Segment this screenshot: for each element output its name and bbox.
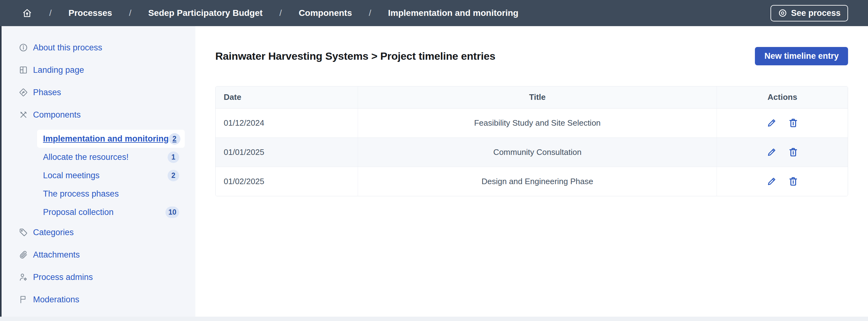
sidebar-subitem-local-meetings[interactable]: Local meetings 2 [37,167,185,184]
new-timeline-entry-button[interactable]: New timeline entry [755,47,848,65]
see-process-button[interactable]: See process [771,5,848,22]
page: / Processes / Sedep Participatory Budget… [0,0,868,321]
count-badge: 1 [167,151,179,163]
sidebar-item-label: Components [33,110,81,120]
sidebar-item-label: Moderations [33,295,80,305]
sidebar-item-label: Landing page [33,65,84,75]
count-badge: 10 [165,207,179,218]
topbar: / Processes / Sedep Participatory Budget… [0,0,868,26]
table-row: 01/02/2025 Design and Engineering Phase [216,167,848,196]
edit-icon[interactable] [767,117,777,128]
entry-date: 01/12/2024 [216,108,358,138]
tag-icon [19,228,28,237]
breadcrumb: / Processes / Sedep Participatory Budget… [22,8,519,19]
sidebar-item-label: About this process [33,43,102,52]
breadcrumb-separator: / [279,8,282,18]
sidebar-item-components[interactable]: Components [2,107,195,122]
main-content: Rainwater Harvesting Systems > Project t… [195,26,868,321]
title-row: Rainwater Harvesting Systems > Project t… [215,47,848,65]
entry-date: 01/01/2025 [216,138,358,167]
eye-icon [778,8,787,18]
components-submenu: Implementation and monitoring 2 Allocate… [37,130,185,221]
entry-title: Community Consultation [358,138,717,167]
column-header-title: Title [358,86,717,108]
home-icon[interactable] [22,8,32,19]
layout: About this process Landing page [0,26,868,321]
count-badge: 2 [167,170,179,181]
subitem-label: Allocate the resources! [43,152,129,162]
table-row: 01/12/2024 Feasibility Study and Site Se… [216,108,848,138]
paperclip-icon [19,250,28,259]
sidebar-item-label: Process admins [33,273,93,282]
breadcrumb-separator: / [369,8,371,18]
info-icon [19,43,28,52]
count-badge: 2 [169,133,180,145]
tools-icon [19,110,28,119]
subitem-label: The process phases [43,189,119,199]
sidebar-subitem-allocate-the-resources[interactable]: Allocate the resources! 1 [37,148,185,166]
column-header-actions: Actions [717,86,848,108]
breadcrumb-separator: / [49,8,52,18]
edit-icon[interactable] [767,147,777,157]
see-process-label: See process [791,8,841,18]
sidebar-subitem-the-process-phases[interactable]: The process phases [37,185,185,203]
sidebar-subitem-implementation-and-monitoring[interactable]: Implementation and monitoring 2 [37,130,185,148]
sidebar-item-label: Phases [33,88,61,97]
table-row: 01/01/2025 Community Consultation [216,138,848,167]
entry-title: Feasibility Study and Site Selection [358,108,717,138]
subitem-label: Implementation and monitoring [43,134,169,144]
timeline-entries-table: Date Title Actions 01/12/2024 Feasibilit… [215,86,848,196]
sidebar-item-phases[interactable]: Phases [2,85,195,100]
flag-icon [19,295,28,304]
sidebar-item-process-admins[interactable]: Process admins [2,270,195,285]
phases-diamond-icon [19,88,28,97]
sidebar: About this process Landing page [2,26,195,321]
page-title: Rainwater Harvesting Systems > Project t… [215,50,495,62]
breadcrumb-separator: / [129,8,131,18]
breadcrumb-processes[interactable]: Processes [68,8,112,18]
sidebar-item-attachments[interactable]: Attachments [2,247,195,262]
breadcrumb-components[interactable]: Components [299,8,352,18]
entry-title: Design and Engineering Phase [358,167,717,196]
entry-date: 01/02/2025 [216,167,358,196]
subitem-label: Local meetings [43,171,100,180]
sidebar-item-landing-page[interactable]: Landing page [2,63,195,77]
delete-icon[interactable] [788,117,799,128]
sidebar-subitem-proposal-collection[interactable]: Proposal collection 10 [37,203,185,221]
breadcrumb-current-component[interactable]: Implementation and monitoring [388,8,519,18]
footer-strip [0,317,868,321]
breadcrumb-process-name[interactable]: Sedep Participatory Budget [148,8,262,18]
delete-icon[interactable] [788,147,799,157]
column-header-date: Date [216,86,358,108]
sidebar-item-moderations[interactable]: Moderations [2,292,195,307]
delete-icon[interactable] [788,176,799,187]
sidebar-item-about[interactable]: About this process [2,40,195,55]
sidebar-item-categories[interactable]: Categories [2,225,195,240]
user-gear-icon [19,273,28,282]
table-header-row: Date Title Actions [216,86,848,108]
edit-icon[interactable] [767,176,777,187]
subitem-label: Proposal collection [43,208,114,217]
sidebar-item-label: Attachments [33,250,80,260]
sidebar-item-label: Categories [33,228,74,237]
layout-icon [19,65,28,75]
